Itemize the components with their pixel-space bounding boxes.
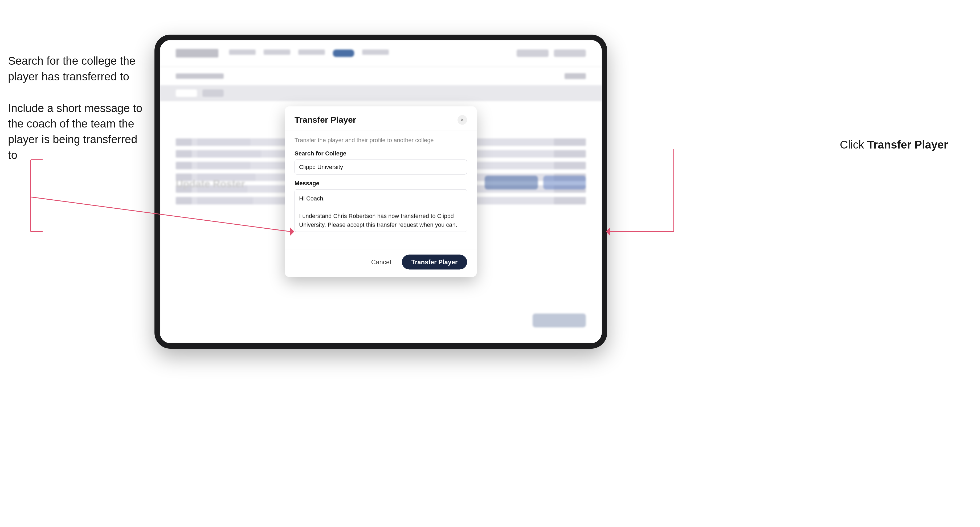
annotation-transfer-player-label: Transfer Player: [867, 138, 948, 151]
nav-link-active: [333, 49, 354, 57]
modal-header: Transfer Player ×: [285, 106, 477, 130]
breadcrumb-bg: [176, 73, 224, 79]
nav-links: [229, 49, 389, 57]
action-btn-1-bg: [485, 176, 538, 189]
transfer-player-button[interactable]: Transfer Player: [402, 255, 467, 270]
transfer-player-modal: Transfer Player × Transfer the player an…: [285, 106, 477, 277]
nav-btn-1: [517, 49, 549, 57]
modal-title: Transfer Player: [294, 115, 356, 125]
tab-active: [176, 89, 197, 97]
message-textarea[interactable]: Hi Coach, I understand Chris Robertson h…: [294, 189, 467, 232]
cancel-button[interactable]: Cancel: [366, 255, 396, 269]
annotation-left: Search for the college the player has tr…: [8, 53, 146, 163]
annotation-message-text: Include a short message to the coach of …: [8, 102, 142, 161]
nav-link-1: [229, 49, 256, 55]
action-btn-2-bg: [543, 176, 586, 189]
annotation-right: Click Transfer Player: [840, 138, 948, 151]
update-roster-title: Update Roster: [176, 178, 245, 190]
tablet-screen: Update Roster: [160, 40, 602, 343]
action-buttons-area: [485, 176, 586, 189]
nav-link-3: [298, 49, 325, 55]
sub-action-bg: [565, 73, 586, 79]
app-navbar: [160, 40, 602, 67]
nav-right: [517, 49, 586, 57]
bottom-action-btn-bg: [533, 314, 586, 327]
nav-btn-2: [554, 49, 586, 57]
modal-close-button[interactable]: ×: [458, 115, 467, 125]
nav-link-4: [362, 49, 389, 55]
modal-body: Transfer the player and their profile to…: [285, 130, 477, 249]
nav-logo: [176, 49, 218, 57]
college-search-input[interactable]: [294, 160, 467, 175]
tab-1: [202, 89, 224, 97]
nav-link-2: [264, 49, 290, 55]
app-subheader: [160, 67, 602, 85]
annotation-right-prefix: Click: [840, 138, 867, 151]
college-label: Search for College: [294, 150, 467, 157]
tablet-device: Update Roster: [154, 35, 607, 349]
message-label: Message: [294, 180, 467, 187]
modal-subtitle: Transfer the player and their profile to…: [294, 137, 467, 144]
modal-footer: Cancel Transfer Player: [285, 249, 477, 277]
app-tabs: [160, 85, 602, 101]
annotation-search-text: Search for the college the player has tr…: [8, 55, 135, 83]
